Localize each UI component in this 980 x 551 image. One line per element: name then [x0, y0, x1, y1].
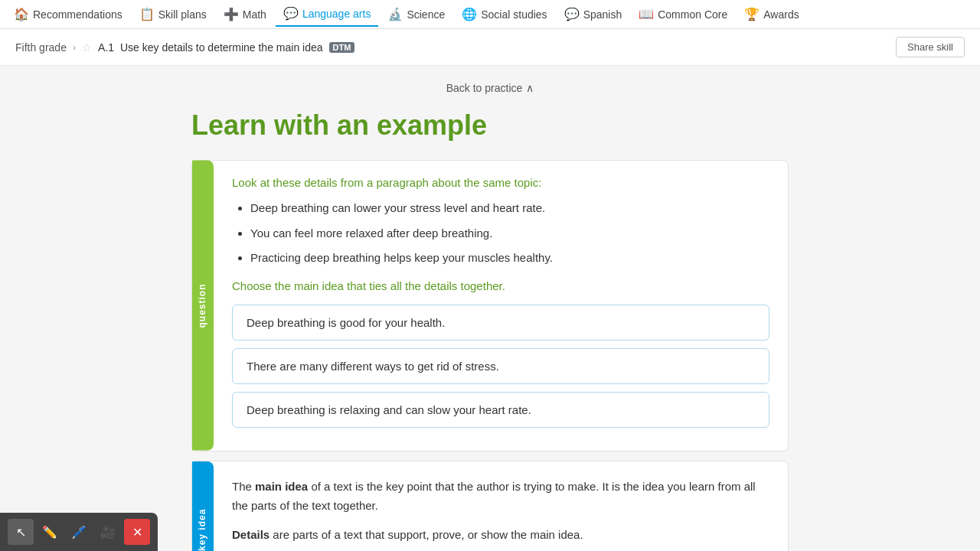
recommendations-icon: 🏠 — [14, 7, 29, 21]
breadcrumb-skill-code: A.1 — [98, 41, 114, 54]
highlighter-tool-button[interactable]: 🖊️ — [66, 519, 92, 545]
breadcrumb: Fifth grade › ☆ A.1 Use key details to d… — [0, 29, 980, 66]
main-content: Back to practice ∧ Learn with an example… — [176, 66, 804, 551]
nav-recommendations[interactable]: 🏠 Recommendations — [6, 2, 130, 26]
nav-language-arts[interactable]: 💬 Language arts — [276, 2, 379, 27]
share-skill-button[interactable]: Share skill — [896, 37, 965, 57]
video-tool-button[interactable]: 🎥 — [95, 519, 121, 545]
chevron-up-icon: ∧ — [526, 82, 534, 94]
cursor-icon: ↖ — [16, 525, 26, 540]
question-prompt: Look at these details from a paragraph a… — [232, 176, 769, 189]
answer-option-2[interactable]: There are many different ways to get rid… — [232, 348, 769, 384]
main-idea-bold: main idea — [255, 480, 308, 493]
key-idea-card: key idea The main idea of a text is the … — [191, 461, 789, 552]
close-toolbar-button[interactable]: ✕ — [124, 519, 150, 545]
spanish-icon: 💬 — [564, 7, 580, 21]
nav-awards[interactable]: 🏆 Awards — [737, 2, 806, 26]
social-studies-icon: 🌐 — [462, 7, 477, 21]
learn-title: Learn with an example — [191, 109, 789, 142]
common-core-icon: 📖 — [639, 7, 654, 21]
pencil-tool-button[interactable]: ✏️ — [37, 519, 63, 545]
key-idea-card-body: The main idea of a text is the key point… — [214, 461, 788, 552]
nav-common-core[interactable]: 📖 Common Core — [631, 2, 735, 26]
choose-prompt: Choose the main idea that ties all the d… — [232, 279, 769, 292]
awards-icon: 🏆 — [744, 7, 760, 21]
question-card-body: Look at these details from a paragraph a… — [214, 161, 788, 451]
nav-spanish[interactable]: 💬 Spanish — [557, 2, 630, 26]
answer-option-3[interactable]: Deep breathing is relaxing and can slow … — [232, 392, 769, 428]
nav-skill-plans[interactable]: 📋 Skill plans — [132, 2, 214, 26]
breadcrumb-separator: › — [73, 42, 76, 53]
language-arts-icon: 💬 — [283, 6, 299, 21]
nav-math[interactable]: ➕ Math — [216, 2, 274, 26]
math-icon: ➕ — [224, 7, 239, 21]
details-bold: Details — [232, 528, 270, 541]
skill-plans-icon: 📋 — [139, 7, 155, 21]
breadcrumb-skill-name: Use key details to determine the main id… — [120, 41, 323, 54]
key-idea-tab-label: key idea — [192, 461, 214, 552]
key-idea-paragraph-1: The main idea of a text is the key point… — [232, 477, 769, 516]
highlighter-icon: 🖊️ — [71, 525, 87, 540]
toolbar: ↖ ✏️ 🖊️ 🎥 ✕ — [0, 513, 158, 551]
breadcrumb-parent[interactable]: Fifth grade — [15, 41, 67, 54]
main-nav: 🏠 Recommendations 📋 Skill plans ➕ Math 💬… — [0, 0, 980, 29]
key-idea-paragraph-2: Details are parts of a text that support… — [232, 525, 769, 545]
list-item: Practicing deep breathing helps keep you… — [250, 249, 769, 267]
answer-option-1[interactable]: Deep breathing is good for your health. — [232, 305, 769, 341]
science-icon: 🔬 — [387, 7, 403, 21]
close-icon: ✕ — [132, 525, 142, 540]
nav-social-studies[interactable]: 🌐 Social studies — [454, 2, 554, 26]
breadcrumb-badge: DTM — [329, 42, 355, 53]
list-item: Deep breathing can lower your stress lev… — [250, 200, 769, 217]
video-icon: 🎥 — [100, 525, 116, 540]
cursor-tool-button[interactable]: ↖ — [8, 519, 34, 545]
question-card: question Look at these details from a pa… — [191, 160, 789, 452]
question-tab-label: question — [192, 161, 214, 451]
breadcrumb-star-icon: ☆ — [82, 41, 92, 54]
list-item: You can feel more relaxed after deep bre… — [250, 225, 769, 243]
details-list: Deep breathing can lower your stress lev… — [232, 200, 769, 267]
back-to-practice-area: Back to practice ∧ — [191, 81, 789, 94]
back-to-practice-button[interactable]: Back to practice ∧ — [446, 82, 534, 94]
nav-science[interactable]: 🔬 Science — [380, 2, 452, 26]
pencil-icon: ✏️ — [42, 525, 57, 540]
